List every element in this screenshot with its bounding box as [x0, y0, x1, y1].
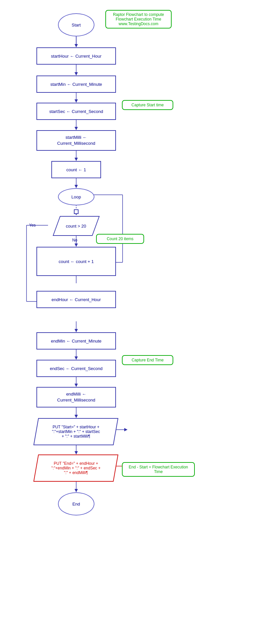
yes-label: Yes: [29, 223, 36, 228]
connectors: [0, 0, 271, 644]
startMilli-label: startMilli ←Current_Millisecond: [57, 134, 95, 146]
capture-end-comment: Capture End Time: [122, 355, 173, 365]
countInit-rect: count ← 1: [51, 161, 101, 178]
flowchart: Raptor Flowchart to compute Flowchart Ex…: [0, 0, 271, 644]
svg-marker-33: [75, 451, 78, 455]
startMin-label: startMin ← Current_Minute: [50, 82, 102, 87]
svg-marker-35: [75, 489, 78, 492]
putStart-parallelogram: PUT "Start=" + startHour +":"+startMin +…: [33, 418, 118, 445]
endSec-label: endSec ← Current_Second: [50, 366, 103, 371]
start-oval: Start: [58, 13, 94, 36]
svg-marker-10: [75, 185, 78, 188]
svg-marker-6: [75, 127, 78, 130]
decision-label: count > 20: [66, 224, 86, 229]
endHour-label: endHour ← Current_Hour: [52, 297, 101, 302]
capture-start-text: Capture Start time: [132, 103, 164, 107]
startHour-label: startHour ← Current_Hour: [51, 54, 101, 59]
countIncrement-rect: count ← count + 1: [36, 247, 116, 276]
yes-text: Yes: [29, 223, 36, 228]
putEnd-text: PUT "End=" + endHour +":"+endMin + ":" +…: [51, 461, 100, 475]
title-comment: Raptor Flowchart to compute Flowchart Ex…: [105, 10, 172, 28]
loop-label: Loop: [72, 194, 81, 199]
svg-marker-41: [75, 44, 78, 47]
svg-marker-25: [75, 329, 78, 332]
endHour-rect: endHour ← Current_Hour: [36, 291, 116, 308]
startSec-rect: startSec ← Current_Second: [36, 103, 116, 120]
svg-marker-27: [75, 356, 78, 360]
endSec-rect: endSec ← Current_Second: [36, 360, 116, 377]
execution-time-comment: End - Start = Flowchart Execution Time: [122, 462, 195, 477]
svg-marker-31: [75, 415, 78, 418]
svg-marker-2: [75, 72, 78, 76]
svg-marker-8: [75, 158, 78, 161]
startMin-rect: startMin ← Current_Minute: [36, 76, 116, 93]
execution-time-text: End - Start = Flowchart Execution Time: [129, 465, 188, 474]
end-oval: End: [58, 492, 94, 515]
start-label: Start: [72, 23, 81, 27]
endMin-label: endMin ← Current_Minute: [51, 339, 101, 344]
loop-oval: Loop: [58, 188, 94, 205]
startHour-rect: startHour ← Current_Hour: [36, 47, 116, 65]
startSec-label: startSec ← Current_Second: [49, 109, 103, 114]
svg-marker-4: [75, 99, 78, 103]
putEnd-parallelogram: PUT "End=" + endHour +":"+endMin + ":" +…: [33, 455, 118, 482]
end-label: End: [72, 502, 80, 507]
capture-end-text: Capture End Time: [132, 358, 164, 362]
count20-comment: Count 20 items: [96, 234, 144, 244]
svg-marker-29: [75, 384, 78, 387]
svg-marker-14: [75, 243, 78, 247]
count20-text: Count 20 items: [107, 237, 134, 241]
putStart-text: PUT "Start=" + startHour +":"+startMin +…: [52, 425, 100, 439]
decision-diamond: count > 20: [53, 216, 100, 236]
loop-marker: [74, 209, 79, 214]
startMilli-rect: startMilli ←Current_Millisecond: [36, 130, 116, 151]
svg-marker-37: [124, 428, 128, 431]
endMilli-rect: endMilli ←Current_Millisecond: [36, 387, 116, 407]
decision-wrap: count > 20: [51, 216, 101, 236]
countIncrement-label: count ← count + 1: [59, 259, 94, 264]
no-text: No: [72, 238, 77, 242]
endMilli-label: endMilli ←Current_Millisecond: [57, 391, 95, 403]
countInit-label: count ← 1: [66, 167, 86, 172]
endMin-rect: endMin ← Current_Minute: [36, 332, 116, 349]
capture-start-comment: Capture Start time: [122, 100, 173, 110]
title-comment-text: Raptor Flowchart to compute Flowchart Ex…: [113, 12, 164, 26]
no-label: No: [72, 238, 77, 242]
